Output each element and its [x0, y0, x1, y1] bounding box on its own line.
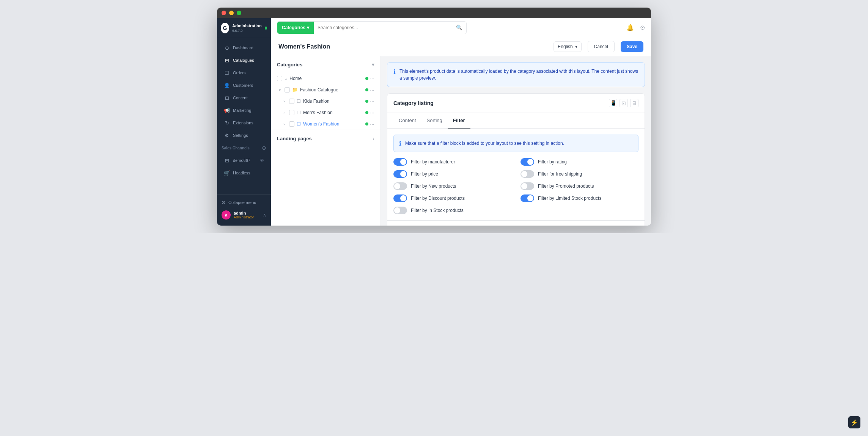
folder-icon: 📁 [292, 87, 298, 93]
tree-item-mens-fashion[interactable]: › ☐ Men's Fashion ··· [271, 107, 381, 118]
add-sales-channel-icon[interactable]: ⊕ [262, 145, 266, 151]
sidebar-item-extensions[interactable]: ↻ Extensions [219, 117, 269, 129]
user-expand-icon: ∧ [263, 212, 266, 218]
status-dot [365, 77, 368, 80]
landing-pages-header[interactable]: Landing pages › [271, 130, 381, 147]
filter-row-new-products: Filter by New products [393, 182, 511, 190]
sidebar-item-orders[interactable]: ☐ Orders [219, 67, 269, 79]
toggle-discount-products[interactable] [393, 194, 407, 202]
sidebar-item-headless[interactable]: 🛒 Headless [219, 167, 269, 179]
toggle-promoted-products[interactable] [520, 182, 534, 190]
filter-label-manufacturer: Filter by manufacturer [411, 159, 455, 165]
toggle-new-products[interactable] [393, 182, 407, 190]
toggle-rating[interactable] [520, 158, 534, 166]
sidebar-item-label: Dashboard [233, 45, 253, 50]
maximize-button[interactable] [237, 11, 241, 15]
page-icon: ☐ [297, 121, 301, 127]
search-input[interactable] [314, 23, 452, 33]
toggle-price[interactable] [393, 170, 407, 178]
dashboard-icon: ⊙ [224, 45, 230, 51]
tree-item-womens-fashion[interactable]: › ☐ Women's Fashion ··· [271, 118, 381, 130]
search-button[interactable]: 🔍 [452, 22, 466, 33]
page-title: Women's Fashion [278, 43, 547, 50]
sidebar-item-catalogues[interactable]: ⊞ Catalogues [219, 54, 269, 66]
sidebar-item-label: Orders [233, 71, 246, 75]
desktop-view-icon[interactable]: 🖥 [630, 99, 638, 107]
tree-checkbox-womens[interactable] [289, 121, 294, 127]
topbar-actions: 🔔 ⊙ [626, 24, 645, 31]
filter-row-manufacturer: Filter by manufacturer [393, 158, 511, 166]
help-icon[interactable]: ⊙ [640, 24, 645, 31]
lang-label: English [558, 44, 572, 49]
notification-icon[interactable]: 🔔 [626, 24, 634, 31]
sidebar-item-label: Catalogues [233, 58, 254, 63]
tree-checkbox-fashion-catalogue[interactable] [285, 87, 290, 93]
mobile-view-icon[interactable]: 📱 [609, 99, 617, 107]
more-options-icon[interactable]: ··· [370, 87, 374, 93]
sidebar-item-marketing[interactable]: 📢 Marketing [219, 104, 269, 116]
categories-section-header[interactable]: Categories ▾ [271, 56, 381, 73]
sidebar-item-demo667[interactable]: ⊞ demo667 👁 [219, 154, 269, 166]
more-options-icon[interactable]: ··· [370, 121, 374, 127]
orders-icon: ☐ [224, 70, 230, 76]
filter-row-free-shipping: Filter for free shipping [520, 170, 638, 178]
tree-actions-home: ··· [365, 75, 374, 82]
filter-row-price: Filter by price [393, 170, 511, 178]
sidebar-item-settings[interactable]: ⚙ Settings [219, 129, 269, 141]
filter-row-in-stock: Filter by In Stock products [393, 207, 511, 214]
tab-filter[interactable]: Filter [448, 113, 470, 129]
toggle-in-stock[interactable] [393, 207, 407, 214]
landing-pages-title: Landing pages [277, 136, 312, 141]
toggle-manufacturer[interactable] [393, 158, 407, 166]
tree-item-fashion-catalogue[interactable]: ▾ 📁 Fashion Catalogue ··· [271, 84, 381, 96]
tree-actions-kids: ··· [365, 98, 374, 104]
expand-icon[interactable]: › [281, 121, 287, 127]
sidebar-item-dashboard[interactable]: ⊙ Dashboard [219, 42, 269, 54]
user-name: admin [234, 211, 254, 215]
chevron-down-icon: ▾ [372, 61, 374, 67]
user-item[interactable]: a admin Administrator ∧ [217, 207, 271, 223]
save-button[interactable]: Save [621, 41, 643, 52]
sidebar-item-content[interactable]: ⊡ Content [219, 92, 269, 104]
user-avatar: a [222, 210, 231, 220]
tree-checkbox-home[interactable] [277, 76, 282, 81]
more-options-icon[interactable]: ··· [370, 75, 374, 82]
card-title: Category listing [393, 100, 434, 106]
tree-item-kids-fashion[interactable]: › ☐ Kids Fashion ··· [271, 96, 381, 107]
circle-icon: ○ [285, 76, 287, 81]
more-options-icon[interactable]: ··· [370, 98, 374, 104]
filter-label-in-stock: Filter by In Stock products [411, 208, 464, 213]
close-button[interactable] [222, 11, 226, 15]
expand-icon[interactable]: › [281, 99, 287, 104]
filter-info-text: Make sure that a filter block is added t… [405, 141, 564, 146]
sidebar-item-customers[interactable]: 👤 Customers [219, 79, 269, 91]
user-info: admin Administrator [234, 211, 254, 219]
sidebar-item-label: Customers [233, 83, 253, 88]
tree-checkbox-mens[interactable] [289, 110, 294, 115]
more-options-icon[interactable]: ··· [370, 110, 374, 116]
tab-content-label: Content [399, 118, 416, 123]
expand-icon[interactable]: ▾ [277, 87, 282, 93]
online-indicator [265, 27, 267, 30]
filter-label-promoted-products: Filter by Promoted products [538, 183, 594, 189]
collapse-menu-item[interactable]: ⊙ Collapse menu [217, 198, 271, 207]
tree-checkbox-kids[interactable] [289, 99, 294, 104]
toggle-free-shipping[interactable] [520, 170, 534, 178]
toggle-limited-stock[interactable] [520, 194, 534, 202]
tab-content[interactable]: Content [393, 113, 421, 129]
categories-section: Categories ▾ ○ Home ··· [271, 56, 381, 130]
tree-item-home[interactable]: ○ Home ··· [271, 73, 381, 84]
extensions-icon: ↻ [224, 120, 230, 126]
user-role: Administrator [234, 215, 254, 219]
app-name: Administration [232, 24, 262, 28]
categories-dropdown-button[interactable]: Categories ▾ [277, 22, 314, 34]
chevron-down-icon: ▾ [575, 44, 577, 49]
expand-icon[interactable]: › [281, 110, 287, 115]
language-selector[interactable]: English ▾ [554, 41, 581, 52]
filter-row-rating: Filter by rating [520, 158, 638, 166]
chevron-right-icon: › [373, 135, 374, 141]
cancel-button[interactable]: Cancel [588, 41, 615, 52]
minimize-button[interactable] [229, 11, 234, 15]
tablet-view-icon[interactable]: ⊡ [620, 99, 628, 107]
tab-sorting[interactable]: Sorting [421, 113, 448, 129]
